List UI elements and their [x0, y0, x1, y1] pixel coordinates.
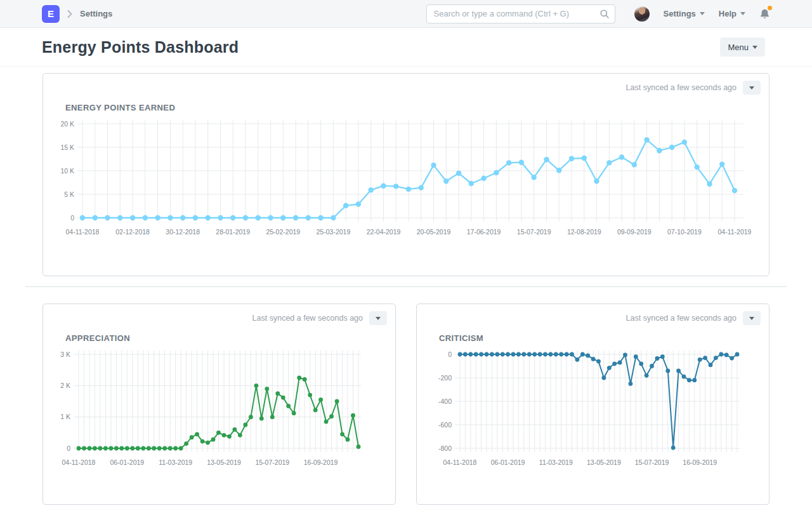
- svg-text:10 K: 10 K: [60, 167, 74, 175]
- svg-text:15 K: 15 K: [60, 144, 74, 151]
- chart-card-criticism: Last synced a few seconds ago CRITICISM …: [416, 304, 769, 505]
- card-dropdown-button[interactable]: [743, 311, 761, 325]
- svg-text:06-01-2019: 06-01-2019: [110, 458, 144, 466]
- svg-text:28-01-2019: 28-01-2019: [216, 228, 250, 236]
- chart-card-energy-points: Last synced a few seconds ago ENERGY POI…: [43, 73, 769, 276]
- user-avatar[interactable]: [634, 6, 650, 22]
- svg-text:0: 0: [70, 214, 74, 222]
- svg-text:5 K: 5 K: [64, 190, 74, 198]
- svg-text:0: 0: [67, 444, 70, 452]
- breadcrumb-settings-link[interactable]: Settings: [80, 9, 112, 18]
- svg-text:20 K: 20 K: [60, 120, 74, 128]
- app-logo[interactable]: E: [42, 5, 60, 23]
- chevron-right-icon: [67, 10, 72, 18]
- menu-button-label: Menu: [728, 43, 749, 52]
- svg-text:0: 0: [448, 351, 452, 358]
- svg-text:25-02-2019: 25-02-2019: [266, 228, 300, 236]
- dashboard-content: Last synced a few seconds ago ENERGY POI…: [0, 67, 812, 505]
- svg-text:13-05-2019: 13-05-2019: [207, 458, 241, 466]
- chart-title: APPRECIATION: [65, 333, 395, 343]
- svg-text:09-09-2019: 09-09-2019: [617, 228, 652, 236]
- card-dropdown-button[interactable]: [369, 311, 387, 325]
- last-synced-text: Last synced a few seconds ago: [252, 314, 363, 323]
- svg-text:3 K: 3 K: [60, 351, 70, 358]
- page-title: Energy Points Dashboard: [42, 38, 239, 57]
- svg-text:-400: -400: [438, 398, 452, 405]
- svg-text:07-10-2019: 07-10-2019: [667, 228, 702, 236]
- svg-text:12-08-2019: 12-08-2019: [567, 228, 601, 236]
- svg-text:16-09-2019: 16-09-2019: [304, 458, 338, 466]
- chevron-down-icon: [376, 317, 381, 320]
- svg-text:02-12-2018: 02-12-2018: [115, 228, 150, 236]
- last-synced-text: Last synced a few seconds ago: [626, 314, 737, 323]
- svg-text:2 K: 2 K: [60, 382, 70, 389]
- chevron-down-icon: [749, 317, 754, 320]
- navbar: E Settings Settings Help: [0, 0, 812, 28]
- nav-settings-label: Settings: [664, 9, 696, 18]
- app-logo-letter: E: [48, 8, 54, 19]
- notifications-bell[interactable]: [759, 8, 770, 20]
- criticism-chart: -800-600-400-200004-11-201806-01-201911-…: [427, 344, 769, 475]
- chevron-down-icon: [752, 46, 757, 49]
- page-head: Energy Points Dashboard Menu: [0, 28, 812, 67]
- svg-text:11-03-2019: 11-03-2019: [539, 458, 573, 466]
- svg-text:15-07-2019: 15-07-2019: [517, 228, 551, 236]
- nav-help-dropdown[interactable]: Help: [719, 9, 745, 18]
- chevron-down-icon: [749, 86, 754, 90]
- svg-text:1 K: 1 K: [60, 413, 70, 420]
- svg-text:30-12-2018: 30-12-2018: [166, 228, 200, 236]
- chevron-down-icon: [740, 12, 745, 15]
- svg-text:17-06-2019: 17-06-2019: [467, 228, 501, 236]
- section-divider: [25, 286, 787, 287]
- svg-text:16-09-2019: 16-09-2019: [683, 458, 717, 466]
- svg-text:04-11-2018: 04-11-2018: [62, 458, 96, 466]
- svg-text:15-07-2019: 15-07-2019: [635, 458, 669, 466]
- appreciation-chart: 01 K2 K3 K04-11-201806-01-201911-03-2019…: [53, 344, 395, 475]
- last-synced-text: Last synced a few seconds ago: [626, 83, 737, 92]
- nav-help-label: Help: [719, 9, 737, 18]
- chart-title: ENERGY POINTS EARNED: [65, 103, 769, 112]
- svg-text:-800: -800: [438, 444, 452, 452]
- svg-text:06-01-2019: 06-01-2019: [491, 458, 525, 466]
- svg-text:-600: -600: [438, 421, 452, 429]
- chart-card-appreciation: Last synced a few seconds ago APPRECIATI…: [43, 304, 396, 505]
- chart-title: CRITICISM: [439, 333, 769, 343]
- svg-text:04-11-2018: 04-11-2018: [443, 458, 477, 466]
- svg-text:20-05-2019: 20-05-2019: [417, 228, 451, 236]
- svg-text:04-11-2019: 04-11-2019: [718, 228, 751, 236]
- svg-text:11-03-2019: 11-03-2019: [159, 458, 192, 466]
- svg-text:-200: -200: [438, 374, 452, 382]
- global-search: [426, 4, 615, 23]
- svg-text:15-07-2019: 15-07-2019: [255, 458, 289, 466]
- chevron-down-icon: [700, 12, 705, 15]
- svg-text:13-05-2019: 13-05-2019: [587, 458, 621, 466]
- breadcrumb: E Settings: [42, 5, 112, 23]
- svg-text:22-04-2019: 22-04-2019: [367, 228, 401, 236]
- energy-points-earned-chart: 05 K10 K15 K20 K04-11-201802-12-201830-1…: [53, 114, 769, 244]
- menu-button[interactable]: Menu: [720, 37, 765, 57]
- search-input[interactable]: [426, 4, 615, 23]
- notification-badge: [768, 6, 772, 10]
- svg-text:04-11-2018: 04-11-2018: [66, 228, 100, 236]
- card-dropdown-button[interactable]: [743, 81, 761, 95]
- nav-settings-dropdown[interactable]: Settings: [664, 9, 705, 18]
- svg-text:25-03-2019: 25-03-2019: [317, 228, 351, 236]
- search-icon: [599, 9, 610, 22]
